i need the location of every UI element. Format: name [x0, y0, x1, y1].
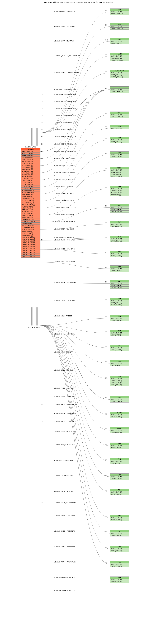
edge-label: MCVBRKB-CMWAE = TCURC-WAERS — [54, 404, 77, 406]
target-table-row: MANDT [CLNT (3)] — [110, 253, 129, 255]
target-table: FPLAMANDT [CLNT (3)]FPLNR [CHAR (10)] — [110, 38, 129, 44]
main-table: MCVBRKB MANDT [CLNT (3)]FKART [CHAR (4)]… — [21, 148, 40, 258]
target-table-row: LAND1 [CHAR (3)] — [110, 190, 129, 192]
target-table: T000MANDT [CLNT (3)] — [110, 125, 129, 129]
target-table-row: MANDT [CLNT (3)] — [110, 11, 129, 13]
target-table: T047MMANDT [CLNT (3)]BUKRS [CHAR (4)]MAB… — [110, 298, 129, 306]
main-table-row: LCNUM [CHAR (10)] — [21, 227, 40, 229]
target-table-row: MANDT [CLNT (3)] — [110, 206, 129, 208]
target-table-row: SPART [CHAR (2)] — [110, 478, 129, 480]
target-table-row: BUKRS [CHAR (4)] — [110, 74, 129, 76]
target-table-row: BUKRS [CHAR (4)] — [110, 141, 129, 143]
target-table-row: MANDT [CLNT (3)] — [110, 154, 129, 156]
edge-label: MCVBRKB-RPLNR = FPLA-FPLNR — [54, 40, 74, 42]
target-table-name: TCURC — [110, 412, 129, 414]
cardinality: 0..N — [105, 444, 107, 445]
cardinality: 0..N — [105, 490, 107, 491]
main-table-row: MABER [CHAR (2)] — [21, 194, 40, 196]
cardinality: 0..N — [105, 281, 107, 283]
target-table: TVTWMANDT [CLNT (3)]VTWEG [CHAR (2)] — [110, 561, 129, 567]
main-table-row: BUPLA [CHAR (4)] — [21, 233, 40, 235]
edge-label: MCVBRKB-MABER = T047M-MABER — [54, 282, 76, 283]
cardinality: 0..N — [105, 237, 107, 238]
main-table-row: BZIRK [CHAR (6)] — [21, 169, 40, 171]
target-table: T041CMANDT [CLNT (3)]STGRD [CHAR (2)] — [110, 266, 129, 272]
target-table-row: MANDT [CLNT (3)] — [110, 532, 129, 534]
target-table-name: TVKT — [110, 530, 129, 532]
target-table-row: MANDT [CLNT (3)] — [110, 238, 129, 240]
target-table-row: MANDT [CLNT (3)] — [110, 517, 129, 519]
main-table-row: STGRD [CHAR (2)] — [21, 235, 40, 237]
target-table: T040MANDT [CLNT (3)]MSCHL [CHAR (1)] — [110, 236, 129, 242]
target-table: T040SMANDT [CLNT (3)]MANSP [CHAR (1)] — [110, 251, 129, 257]
target-table: AKKPMANDT [CLNT (3)]LCNUM [CHAR (10)] — [110, 8, 129, 15]
edge-label: MCVBRKB-KNKLI = KNA1-KUNNR — [54, 158, 74, 159]
target-table-name: T880 — [110, 396, 129, 398]
target-table: T151MANDT [CLNT (3)]KDGRP [CHAR (2)] — [110, 315, 129, 321]
target-table-name: FPLA — [110, 38, 129, 40]
edge-label: MCVBRKB-KNUMA = KONA-KNUMA — [54, 179, 76, 180]
target-table-name: T000 — [110, 125, 129, 127]
target-table: TVKOMANDT [CLNT (3)]VKORG [CHAR (4)] — [110, 515, 129, 521]
target-table-name: T047M — [110, 298, 129, 300]
target-table-row: MABER [CHAR (2)] — [110, 304, 129, 306]
main-table-row: MANDT [CLNT (3)] — [21, 150, 40, 152]
target-table-row: MANDT [CLNT (3)] — [110, 268, 129, 270]
main-table-row: KDGRP [CHAR (2)] — [21, 167, 40, 169]
cardinality: 0..N — [105, 187, 107, 188]
cardinality: 0..N — [105, 413, 107, 414]
target-table-name: T041C — [110, 266, 129, 268]
main-table-row: HIEZU07 [CHAR (10)] — [21, 249, 40, 252]
edge-label: MCVBRKB-LCNUM = AKKP-LCNUM — [54, 11, 75, 12]
cardinality: 0..N — [105, 138, 107, 139]
edge-label: MCVBRKB-CITYC = T005G-CITYC — [54, 214, 74, 216]
main-table-row: KKBER [CHAR (4)] — [21, 214, 40, 216]
edge-label: MCVBRKB-MANSP = T040S-MANSP — [54, 239, 76, 241]
target-table-row: ZLSCH [CHAR (1)] — [110, 286, 129, 288]
target-table-name: T005G — [110, 186, 129, 188]
edge-label: MCVBRKB-HITYP_PR = THIT-HITYP — [54, 444, 75, 446]
cardinality: 0..N — [105, 459, 107, 460]
edge-label: MCVBRKB-KALSM = T683-KALSM — [54, 370, 74, 371]
target-table-row: MANDT [CLNT (3)] — [110, 169, 129, 171]
cardinality: 0..N — [105, 346, 107, 347]
target-table-name: T151 — [110, 315, 129, 317]
edge-label: MCVBRKB-VBUND = T880-RCOMP — [54, 388, 75, 389]
target-table-row: BLAND [CHAR (3)] — [110, 210, 129, 212]
target-table: TSPAMANDT [CLNT (3)]SPART [CHAR (2)] — [110, 474, 129, 480]
edge-label: MCVBRKB-VTWEG = TVTW-VTWEG — [54, 561, 76, 563]
edge-label: MCVBRKB-INCO1 = TINC-INCO1 — [54, 460, 74, 461]
cardinality: 0..N — [105, 397, 107, 399]
target-table-row: MSCHL [CHAR (1)] — [110, 240, 129, 242]
target-table-name: T040S — [110, 251, 129, 253]
edge-label: MCVBRKB-COUNC = T005E-COUNC — [54, 207, 76, 208]
main-table-row: HITYP_PR [CHAR (1)] — [21, 220, 40, 222]
target-table-name: EIKP — [110, 24, 129, 26]
cardinality: 0..N — [105, 516, 107, 517]
cardinality: (0,1) — [105, 39, 108, 40]
main-table-row: J_1AFITP [CHAR (2)] — [21, 229, 40, 231]
main-table-row: STWAE [CUKY (5)] — [21, 196, 40, 198]
target-table: T005GMANDT [CLNT (3)]LAND1 [CHAR (3)]REG… — [110, 186, 129, 196]
cardinality: 0..N — [41, 115, 43, 116]
target-table: J_1AFITPMANDT [CLNT (3)]KOART [CHAR (1)]… — [110, 53, 129, 61]
cardinality: 0..N — [41, 404, 43, 406]
main-table-row: BUKRS [CHAR (4)] — [21, 188, 40, 190]
cardinality: 0..N — [105, 361, 107, 362]
cardinality: 0..N — [41, 122, 43, 124]
target-table: T001MANDT [CLNT (3)]BUKRS [CHAR (4)] — [110, 137, 129, 143]
edge-label: MCVBRKB-KTGRD = TVKT-KTGRD — [54, 530, 75, 532]
cardinality: 0..N — [105, 428, 107, 430]
target-table-row: KVEWE [CHAR (1)] — [110, 380, 129, 382]
target-table: T005EMANDT [CLNT (3)]LAND1 [CHAR (3)]REG… — [110, 167, 129, 177]
target-table-name: TCURV — [110, 427, 129, 429]
target-table-row: MANDT [CLNT (3)] — [110, 476, 129, 478]
main-table-row: CITYC [CHAR (4)] — [21, 186, 40, 188]
main-table-row: VBUND [CHAR (6)] — [21, 222, 40, 225]
target-table-row: EXNUM [CHAR (10)] — [110, 28, 129, 30]
target-table-row: MANDT [CLNT (3)] — [110, 317, 129, 319]
target-table-name: T005E — [110, 167, 129, 169]
cardinality: 0..N — [105, 205, 107, 207]
target-table-row: KOART [CHAR (1)] — [110, 57, 129, 59]
target-table-name: T040 — [110, 236, 129, 238]
